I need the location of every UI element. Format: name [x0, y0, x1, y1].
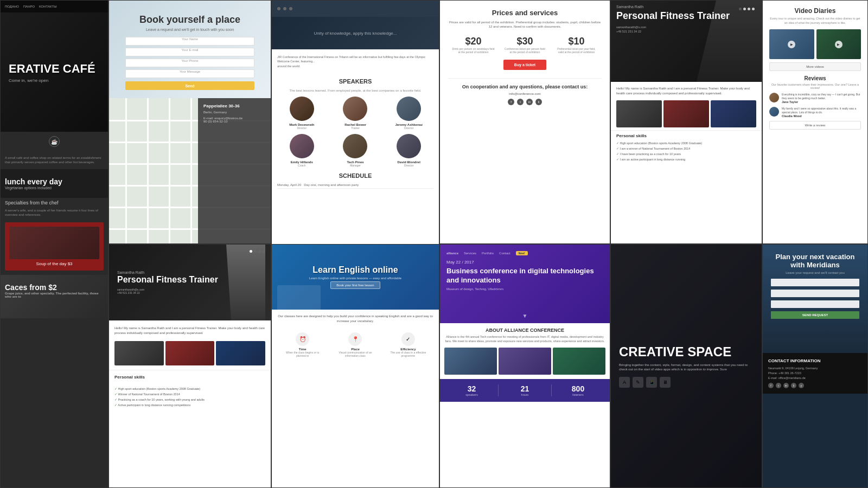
fitness-photo-2 [663, 100, 709, 127]
speakers-count: 32 [445, 384, 498, 393]
video-card: Video Diaries Every tour is unique and a… [762, 0, 868, 244]
meridians-facebook-icon[interactable]: f [768, 383, 774, 388]
skill-2: Winner of National Tournament of Boston … [114, 392, 265, 397]
price-amount-1: $20 [452, 36, 495, 47]
conf-dot-3 [289, 7, 292, 10]
price-desc-1: Drink per person on weekdays field at th… [452, 47, 495, 54]
price-tier-1: $20 Drink per person on weekdays field a… [452, 36, 495, 54]
english-feature-time: ⏰ Time When the class begins or is plann… [284, 332, 322, 357]
fitness-bottom-photo-3 [216, 341, 265, 365]
speaker-1-role: Director [277, 126, 327, 130]
fitness-skill-2: I am a winner of National Tournament of … [616, 146, 756, 152]
meridians-input-3[interactable] [771, 300, 859, 308]
speakers-grid: Mark Decewrath Director Rachel Bower Tra… [272, 97, 439, 167]
cafe-title: ERATIVE CAFÉ [9, 62, 100, 76]
meridians-youtube-icon[interactable]: y [799, 383, 804, 388]
instagram-icon[interactable]: in [526, 99, 533, 105]
meridians-title: Plan your next vacation with Meridians [771, 253, 859, 269]
fitness-dot-2 [254, 250, 257, 253]
alliance-photos [440, 348, 610, 375]
price-tier-3: $10 Preferential ticket per year field, … [555, 36, 598, 54]
map-road-v4 [190, 98, 192, 244]
fitness-bottom-photo-1 [114, 341, 164, 365]
cafe-specials: Soup of the day $3 [1, 218, 108, 275]
book-send-button[interactable]: Send [125, 81, 254, 90]
hours-label: hours [499, 393, 551, 396]
speaker-5-avatar [343, 134, 367, 158]
cafe-nav-item-2[interactable]: ПАНРО [23, 5, 35, 8]
speaker-3-avatar [397, 97, 421, 121]
cafe-subtitle: Come in, we're open [9, 78, 100, 83]
reviews-subtitle: Our favorite customers share their impre… [769, 83, 861, 89]
english-feature-place: 📍 Place Visual communication of an infor… [336, 332, 374, 357]
meridians-linkedin-icon[interactable]: li [791, 383, 796, 388]
prices-tiers: $20 Drink per person on weekdays field a… [448, 36, 602, 54]
book-email-input[interactable]: Your E-mail [125, 48, 254, 56]
cafe-nav-item-3[interactable]: КОНТАКТЫ [39, 5, 56, 8]
meridians-twitter-icon[interactable]: t [776, 383, 781, 388]
meridians-submit-button[interactable]: SEND REQUEST [771, 311, 859, 319]
fitness-photos [611, 100, 762, 130]
reviewer-2-avatar [769, 107, 779, 117]
alliance-photo-1 [444, 348, 497, 375]
skill-4: Active participant in long distance runn… [114, 403, 265, 408]
meridians-hero: Plan your next vacation with Meridians L… [763, 245, 867, 353]
feature-place-desc: Visual communication of an information c… [336, 351, 374, 357]
cafe-nav-item-1[interactable]: ПОДАНО [5, 5, 19, 8]
map-road-v1 [125, 98, 127, 244]
speaker-3-role: Director [384, 126, 433, 130]
conf-body-text: JIR Conference of the International Fitn… [277, 55, 433, 68]
book-message-input[interactable]: Your Message [125, 69, 254, 78]
alliance-stat-hours: 21 hours [499, 384, 552, 396]
fitness-about-text: Hello! My name is Samantha Raith and I a… [611, 82, 762, 100]
prices-desc: Prices are valid for all period of the e… [448, 20, 602, 29]
book-phone-input[interactable]: Your Phone [125, 59, 254, 67]
alliance-stat-speakers: 32 speakers [445, 384, 499, 396]
book-desc: Leave a request and we'll get in touch w… [117, 28, 263, 31]
alliance-photo-3 [553, 348, 605, 375]
efficiency-icon: ✓ [401, 332, 415, 346]
price-tier-2: $30 Conference ticket per person field a… [503, 36, 547, 54]
cafe-chef-title: Specialties from the chef [1, 198, 108, 208]
creative-icon-pen: ✎ [633, 377, 643, 388]
write-review-button[interactable]: Write a review [769, 121, 861, 130]
reviewer-1-avatar [769, 93, 779, 102]
prices-contact-title: On cooperation and any questions, please… [448, 84, 602, 89]
english-book-button[interactable]: Book your first free lesson [330, 281, 380, 289]
fitness-skills-title: Personal skills [611, 130, 762, 141]
conf-header [272, 1, 439, 17]
fitness-slide-dots [736, 5, 757, 13]
alliance-card: alliance Services Portfolio Contact New!… [439, 244, 610, 488]
meridians-input-1[interactable] [771, 279, 859, 286]
alliance-scroll-arrow: ▼ [522, 313, 528, 319]
video-thumb-2[interactable]: ▶ [816, 29, 861, 59]
listeners-label: listeners [552, 393, 604, 396]
linkedin-icon[interactable]: li [535, 99, 542, 105]
book-name-input[interactable]: Your Name [125, 37, 254, 46]
alliance-nav-portfolio[interactable]: Portfolio [482, 252, 494, 255]
conf-schedule-row: Monday, April 20 Day one, morning and af… [277, 182, 433, 189]
slide-dot-3 [748, 8, 750, 10]
alliance-nav-contact[interactable]: Contact [499, 252, 510, 255]
buy-ticket-button[interactable]: Buy a ticket [503, 60, 546, 70]
reviews-title: Reviews [769, 75, 861, 81]
book-card: Book yourself a place Leave a request an… [108, 0, 271, 244]
review-1: Everything is incredible, cozy as they s… [769, 93, 861, 104]
cafe-card: ПОДАНО ПАНРО КОНТАКТЫ ERATIVE CAFÉ Come … [0, 0, 108, 488]
more-videos-button[interactable]: More videos [769, 62, 861, 71]
english-hero: Learn English online Learn English onlin… [272, 245, 439, 310]
alliance-nav-services[interactable]: Services [464, 252, 476, 255]
alliance-hero: alliance Services Portfolio Contact New!… [440, 245, 610, 323]
alliance-stats: 32 speakers 21 hours 800 listeners [440, 379, 610, 402]
meridians-instagram-icon[interactable]: in [783, 383, 789, 388]
fitness-bottom-photo-2 [165, 341, 215, 365]
meridians-input-2[interactable] [771, 290, 859, 297]
listeners-count: 800 [552, 384, 604, 393]
twitter-icon[interactable]: t [517, 99, 524, 105]
facebook-icon[interactable]: f [508, 99, 514, 105]
skill-3: Practicing as a coach for 10 years, work… [114, 397, 265, 403]
conf-speakers-title: SPEAKERS [272, 74, 439, 89]
map-city: Berlin, Germany [203, 111, 265, 114]
video-thumb-1[interactable]: ▶ [769, 29, 814, 59]
alliance-nav: alliance Services Portfolio Contact New! [446, 251, 603, 255]
